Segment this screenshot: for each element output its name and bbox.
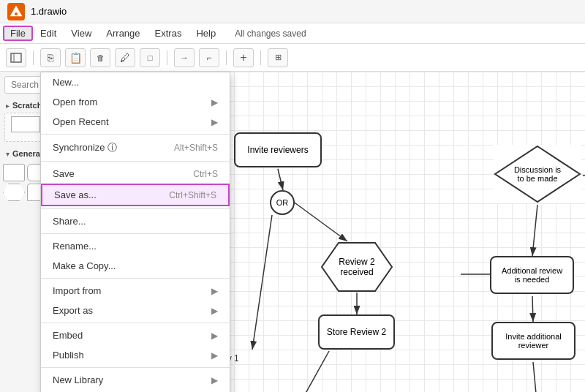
menu-edit[interactable]: Edit xyxy=(33,26,64,41)
save-status: All changes saved xyxy=(235,29,306,39)
menu-item-open-from[interactable]: Open from ▶ xyxy=(41,92,230,112)
node-additional-review[interactable]: Additional reviewis needed xyxy=(490,256,574,294)
node-invite-reviewers-label: Invite reviewers xyxy=(247,145,308,155)
toolbar-arrow-btn[interactable]: → xyxy=(174,48,195,67)
node-discussion-label: Discussion isto be made xyxy=(514,165,561,183)
toolbar-table-btn[interactable]: ⊞ xyxy=(268,48,288,67)
scratch-label: Scratch xyxy=(12,101,42,110)
menu-item-publish[interactable]: Publish ▶ xyxy=(41,345,230,365)
general-label: General xyxy=(12,149,42,158)
menu-item-make-copy[interactable]: Make a Copy... xyxy=(41,256,230,276)
menu-item-save[interactable]: Save Ctrl+S xyxy=(41,164,230,184)
node-store-review2[interactable]: Store Review 2 xyxy=(318,314,395,350)
app-icon xyxy=(7,3,25,20)
toolbar-sep-4 xyxy=(260,50,261,65)
toolbar-paste-btn[interactable]: 📋 xyxy=(65,48,86,67)
toolbar-connector-btn[interactable]: ⌐ xyxy=(199,48,219,67)
node-invite-additional-label: Invite additionalreviewer xyxy=(505,332,561,350)
node-invite-additional[interactable]: Invite additionalreviewer xyxy=(491,322,575,360)
svg-line-5 xyxy=(278,169,283,190)
svg-rect-2 xyxy=(11,53,21,62)
menu-item-new-library[interactable]: New Library ▶ xyxy=(41,370,230,390)
toolbar-pages-btn[interactable] xyxy=(6,48,26,67)
svg-line-8 xyxy=(292,351,329,392)
toolbar-add-btn[interactable]: + xyxy=(233,48,254,67)
node-review2-label: Review 2received xyxy=(339,257,374,277)
toolbar-format-btn[interactable]: 🖊 xyxy=(115,48,135,67)
menu-item-open-recent[interactable]: Open Recent ▶ xyxy=(41,112,230,132)
dd-sep-3 xyxy=(41,208,230,209)
svg-line-11 xyxy=(533,362,537,392)
shape-rect[interactable] xyxy=(3,164,25,181)
node-additional-review-label: Additional reviewis needed xyxy=(502,266,562,284)
svg-line-6 xyxy=(292,201,347,241)
menu-item-embed[interactable]: Embed ▶ xyxy=(41,325,230,345)
toolbar-edit-btn[interactable]: □ xyxy=(140,48,160,67)
menu-item-import-from[interactable]: Import from ▶ xyxy=(41,281,230,301)
toolbar-delete-btn[interactable]: 🗑 xyxy=(90,48,110,67)
node-review2[interactable]: Review 2received xyxy=(320,241,393,293)
menu-bar: File Edit View Arrange Extras Help All c… xyxy=(0,23,585,44)
node-discussion[interactable]: Discussion isto be made xyxy=(494,145,581,203)
toolbar-sep-1 xyxy=(33,50,34,65)
svg-line-10 xyxy=(532,296,533,322)
menu-item-share[interactable]: Share... xyxy=(41,211,230,231)
dd-sep-4 xyxy=(41,233,230,234)
node-store-review2-label: Store Review 2 xyxy=(327,327,386,337)
node-or1[interactable]: OR xyxy=(270,190,295,215)
svg-line-14 xyxy=(252,215,272,350)
file-dropdown: New... Open from ▶ Open Recent ▶ Synchro… xyxy=(40,72,230,392)
dd-sep-5 xyxy=(41,278,230,279)
menu-help[interactable]: Help xyxy=(189,26,223,41)
window-title: 1.drawio xyxy=(31,6,67,17)
svg-point-1 xyxy=(15,12,18,15)
dd-sep-7 xyxy=(41,367,230,368)
menu-file[interactable]: File xyxy=(3,26,33,41)
node-invite-reviewers[interactable]: Invite reviewers xyxy=(234,132,322,167)
menu-extras[interactable]: Extras xyxy=(148,26,189,41)
menu-item-synchronize[interactable]: Synchronize ⓘ Alt+Shift+S xyxy=(41,137,230,159)
dd-sep-1 xyxy=(41,134,230,135)
menu-item-save-as[interactable]: Save as... Ctrl+Shift+S xyxy=(41,184,230,206)
dd-sep-6 xyxy=(41,323,230,323)
menu-view[interactable]: View xyxy=(64,26,99,41)
shape-hexagon[interactable] xyxy=(3,184,25,201)
toolbar-copy-btn[interactable]: ⎘ xyxy=(40,48,61,67)
menu-item-new[interactable]: New... xyxy=(41,72,230,92)
menu-item-export-as[interactable]: Export as ▶ xyxy=(41,301,230,320)
toolbar-sep-2 xyxy=(167,50,167,65)
node-or1-label: OR xyxy=(276,198,289,207)
dd-sep-2 xyxy=(41,161,230,162)
title-bar: 1.drawio xyxy=(0,0,585,23)
menu-arrange[interactable]: Arrange xyxy=(99,26,147,41)
toolbar-sep-3 xyxy=(226,50,227,65)
menu-item-rename[interactable]: Rename... xyxy=(41,236,230,256)
toolbar: ⎘ 📋 🗑 🖊 □ → ⌐ + ⊞ xyxy=(0,44,585,72)
svg-line-9 xyxy=(532,205,537,256)
